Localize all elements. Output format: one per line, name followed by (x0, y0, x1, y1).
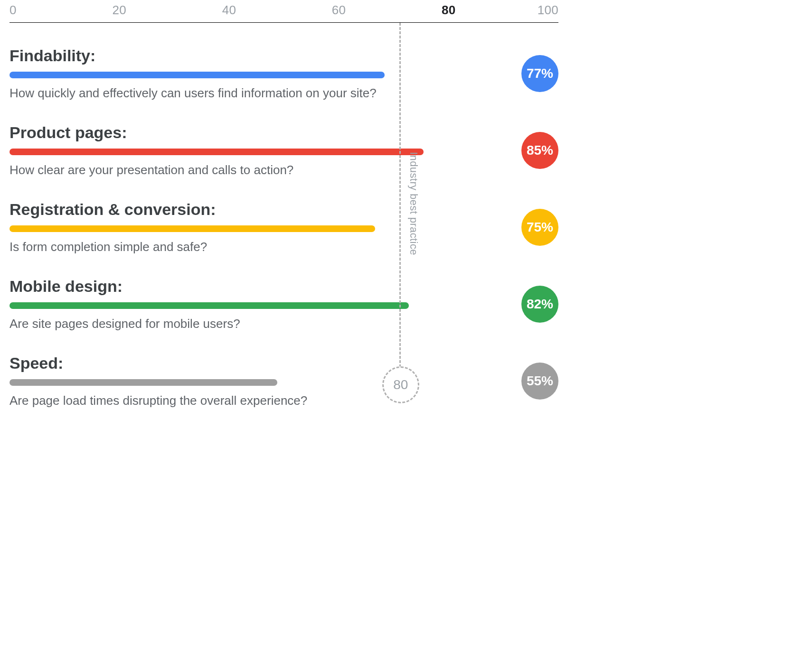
bar-track (9, 302, 497, 309)
metric-title: Registration & conversion: (9, 200, 497, 219)
metric-row-findability: Findability:How quickly and effectively … (9, 47, 558, 101)
x-axis: 020406080100 (9, 0, 558, 23)
score-badge-findability: 77% (521, 55, 558, 92)
score-badge-speed: 55% (521, 363, 558, 400)
metric-title: Product pages: (9, 123, 497, 142)
best-practice-bubble: 80 (382, 366, 419, 403)
score-chart: 020406080100 Industry best practice 80 F… (0, 0, 570, 446)
bar-findability (9, 72, 385, 78)
bar-speed (9, 379, 277, 386)
axis-tick-80: 80 (442, 3, 456, 18)
axis-tick-60: 60 (332, 3, 346, 18)
score-value: 82% (527, 297, 553, 312)
metric-title: Findability: (9, 47, 497, 65)
score-badge-registration-conversion: 75% (521, 209, 558, 246)
axis-tick-40: 40 (222, 3, 236, 18)
axis-tick-20: 20 (112, 3, 126, 18)
score-badge-mobile-design: 82% (521, 286, 558, 323)
metric-title: Mobile design: (9, 277, 497, 296)
score-value: 55% (527, 373, 553, 389)
bar-product-pages (9, 149, 424, 155)
metric-subtitle: How clear are your presentation and call… (9, 163, 497, 177)
score-value: 77% (527, 66, 553, 81)
metric-subtitle: Are page load times disrupting the overa… (9, 393, 497, 408)
bar-track (9, 72, 497, 78)
bar-track (9, 149, 497, 155)
metric-subtitle: Is form completion simple and safe? (9, 240, 497, 254)
axis-tick-100: 100 (538, 3, 558, 18)
metric-title: Speed: (9, 354, 497, 373)
bar-registration-conversion (9, 225, 375, 232)
metric-subtitle: Are site pages designed for mobile users… (9, 317, 497, 331)
best-practice-label: Industry best practice (407, 152, 420, 255)
metric-row-mobile-design: Mobile design:Are site pages designed fo… (9, 277, 558, 331)
best-practice-value: 80 (393, 377, 408, 392)
metric-subtitle: How quickly and effectively can users fi… (9, 86, 497, 101)
metric-row-registration-conversion: Registration & conversion:Is form comple… (9, 200, 558, 254)
metric-row-speed: Speed:Are page load times disrupting the… (9, 354, 558, 408)
bar-track (9, 379, 497, 386)
bar-track (9, 225, 497, 232)
chart-rows: Industry best practice 80 Findability:Ho… (9, 23, 558, 408)
score-value: 85% (527, 143, 553, 158)
best-practice-line: Industry best practice 80 (399, 23, 401, 384)
axis-tick-0: 0 (9, 3, 17, 18)
score-value: 75% (527, 220, 553, 235)
metric-row-product-pages: Product pages:How clear are your present… (9, 123, 558, 177)
score-badge-product-pages: 85% (521, 132, 558, 169)
bar-mobile-design (9, 302, 409, 309)
